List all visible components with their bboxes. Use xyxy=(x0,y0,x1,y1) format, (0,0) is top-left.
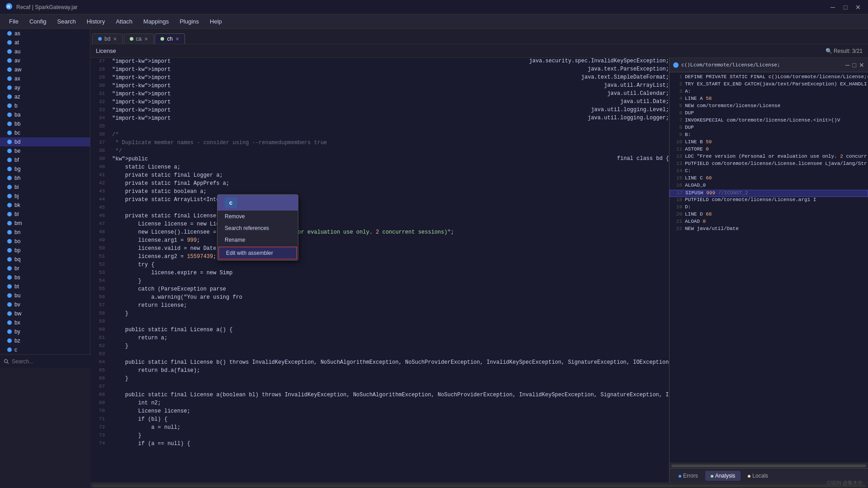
sidebar-item-bu[interactable]: bu xyxy=(0,291,90,300)
maximize-button[interactable]: □ xyxy=(841,3,850,12)
code-line-27[interactable]: 27 "import-kw">import java.security.spec… xyxy=(90,58,669,66)
cm-edit-assembler[interactable]: Edit with assembler xyxy=(218,247,297,259)
rp-minimize-button[interactable]: ─ xyxy=(845,61,850,69)
sidebar-item-av[interactable]: av xyxy=(0,56,90,65)
bc-line-1[interactable]: 1 DEFINE PRIVATE STATIC FINAL c()Lcom/to… xyxy=(670,74,868,81)
menu-file[interactable]: File xyxy=(4,16,24,27)
code-line-32[interactable]: 32 "import-kw">import java.util.Date; xyxy=(90,99,669,107)
sidebar-search-input[interactable] xyxy=(12,358,87,365)
bc-line-14[interactable]: 14 C: xyxy=(670,168,868,175)
code-line-69[interactable]: 69 int n2; xyxy=(90,399,669,408)
code-line-35[interactable]: 35 xyxy=(90,123,669,131)
code-line-51[interactable]: 51 license.arg2 = 15597439; xyxy=(90,253,669,261)
menu-config[interactable]: Config xyxy=(24,16,52,27)
code-line-60[interactable]: 60 public static final License a() { xyxy=(90,326,669,334)
sidebar-item-ba[interactable]: ba xyxy=(0,110,90,119)
code-line-52[interactable]: 52 try { xyxy=(90,261,669,269)
sidebar-item-bf[interactable]: bf xyxy=(0,155,90,164)
sidebar-item-b[interactable]: b xyxy=(0,101,90,110)
sidebar-item-bt[interactable]: bt xyxy=(0,282,90,291)
menu-mappings[interactable]: Mappings xyxy=(138,16,174,27)
sidebar-item-br[interactable]: br xyxy=(0,264,90,273)
code-line-44[interactable]: 44 private static ArrayList<Integer> a; xyxy=(90,196,669,204)
tab-ca[interactable]: ca × xyxy=(124,33,154,44)
tab-close-bd[interactable]: × xyxy=(113,36,117,42)
sidebar-item-bk[interactable]: bk xyxy=(0,201,90,210)
bc-line-2[interactable]: 2 TRY EX_START EX_END CATCH(java/text/Pa… xyxy=(670,81,868,89)
code-line-58[interactable]: 58 } xyxy=(90,310,669,318)
code-line-46[interactable]: 46 private static final License c() { xyxy=(90,212,669,221)
menu-history[interactable]: History xyxy=(81,16,110,27)
sidebar-item-bi[interactable]: bi xyxy=(0,183,90,192)
code-line-38[interactable]: 38 */ xyxy=(90,147,669,155)
code-editor[interactable]: 27 "import-kw">import java.security.spec… xyxy=(90,58,669,483)
code-line-31[interactable]: 31 "import-kw">import java.util.Calendar… xyxy=(90,90,669,99)
menu-plugins[interactable]: Plugins xyxy=(174,16,204,27)
rp-maximize-button[interactable]: □ xyxy=(853,61,856,69)
code-line-57[interactable]: 57 return license; xyxy=(90,302,669,310)
bc-line-9[interactable]: 9 B: xyxy=(670,132,868,139)
sidebar-item-bp[interactable]: bp xyxy=(0,246,90,255)
sidebar-item-au[interactable]: au xyxy=(0,47,90,56)
sidebar-item-bw[interactable]: bw xyxy=(0,309,90,318)
sidebar-item-bq[interactable]: bq xyxy=(0,255,90,264)
sidebar-item-aw[interactable]: aw xyxy=(0,65,90,74)
rb-tab-locals[interactable]: Locals xyxy=(742,471,774,481)
code-line-33[interactable]: 33 "import-kw">import java.util.logging.… xyxy=(90,107,669,115)
right-panel-buttons[interactable]: ─ □ ✕ xyxy=(845,61,864,69)
sidebar-item-ay[interactable]: ay xyxy=(0,83,90,92)
minimize-button[interactable]: ─ xyxy=(828,3,837,12)
sidebar-item-bb[interactable]: bb xyxy=(0,119,90,128)
tab-close-ch[interactable]: × xyxy=(175,36,179,42)
code-line-29[interactable]: 29 "import-kw">import java.text.SimpleDa… xyxy=(90,74,669,82)
code-line-72[interactable]: 72 a = null; xyxy=(90,424,669,432)
bc-line-7[interactable]: 7 INVOKESPECIAL com/toremote/license/Lic… xyxy=(670,117,868,125)
tab-close-ca[interactable]: × xyxy=(144,36,148,42)
sidebar-item-bz[interactable]: bz xyxy=(0,336,90,345)
code-line-47[interactable]: 47 License license = new License(); xyxy=(90,221,669,229)
code-line-53[interactable]: 53 license.expire = new Simp xyxy=(90,269,669,277)
sidebar-item-ax[interactable]: ax xyxy=(0,74,90,83)
bc-line-5[interactable]: 5 NEW com/toremote/license/License xyxy=(670,103,868,110)
cm-rename[interactable]: Rename xyxy=(217,234,298,246)
horizontal-scrollbar[interactable] xyxy=(92,484,866,487)
rp-close-button[interactable]: ✕ xyxy=(859,61,864,69)
bc-line-13[interactable]: 13 PUTFIELD com/toremote/license/License… xyxy=(670,161,868,168)
code-line-65[interactable]: 65 return bd.a(false); xyxy=(90,367,669,375)
code-line-43[interactable]: 43 private static boolean a; xyxy=(90,188,669,196)
code-line-50[interactable]: 50 license.valid = new Date(0L) xyxy=(90,245,669,253)
sidebar-search-bar[interactable] xyxy=(0,354,90,368)
bc-line-3[interactable]: 3 A: xyxy=(670,89,868,96)
code-line-34[interactable]: 34 "import-kw">import java.util.logging.… xyxy=(90,115,669,123)
sidebar-item-bn[interactable]: bn xyxy=(0,228,90,237)
sidebar-item-az[interactable]: az xyxy=(0,92,90,101)
sidebar-item-by[interactable]: by xyxy=(0,327,90,336)
close-button[interactable]: ✕ xyxy=(854,3,863,12)
code-line-61[interactable]: 61 return a; xyxy=(90,334,669,343)
bc-line-11[interactable]: 11 ASTORE 0 xyxy=(670,146,868,154)
bc-line-16[interactable]: 16 ALOAD_0 xyxy=(670,183,868,190)
code-line-41[interactable]: 41 private static final Logger a; xyxy=(90,172,669,180)
code-line-55[interactable]: 55 catch (ParseException parse xyxy=(90,286,669,294)
sidebar-item-bc[interactable]: bc xyxy=(0,128,90,137)
cm-search-refs[interactable]: Search references xyxy=(217,222,298,234)
code-line-59[interactable]: 59 xyxy=(90,318,669,326)
code-line-37[interactable]: 37 * Duplicate member names - consider u… xyxy=(90,139,669,147)
code-line-42[interactable]: 42 private static final AppPrefs a; xyxy=(90,180,669,188)
code-line-36[interactable]: 36 /* xyxy=(90,131,669,139)
bottom-scroll[interactable] xyxy=(90,483,868,488)
code-line-67[interactable]: 67 xyxy=(90,383,669,391)
sidebar-item-c[interactable]: c xyxy=(0,345,90,354)
sidebar-item-bx[interactable]: bx xyxy=(0,318,90,327)
sidebar-item-be[interactable]: be xyxy=(0,146,90,155)
bc-line-19[interactable]: 19 D: xyxy=(670,204,868,211)
menu-attach[interactable]: Attach xyxy=(110,16,138,27)
cm-remove[interactable]: Remove xyxy=(217,211,298,222)
sidebar-item-bo[interactable]: bo xyxy=(0,237,90,246)
code-line-30[interactable]: 30 "import-kw">import java.util.ArrayLis… xyxy=(90,82,669,90)
sidebar-item-bj[interactable]: bj xyxy=(0,192,90,201)
bc-line-18[interactable]: 18 PUTFIELD com/toremote/license/License… xyxy=(670,197,868,204)
bc-line-4[interactable]: 4 LINE A 58 xyxy=(670,96,868,103)
code-line-68[interactable]: 68 public static final License a(boolean… xyxy=(90,391,669,399)
tab-ch[interactable]: ch × xyxy=(155,33,185,44)
